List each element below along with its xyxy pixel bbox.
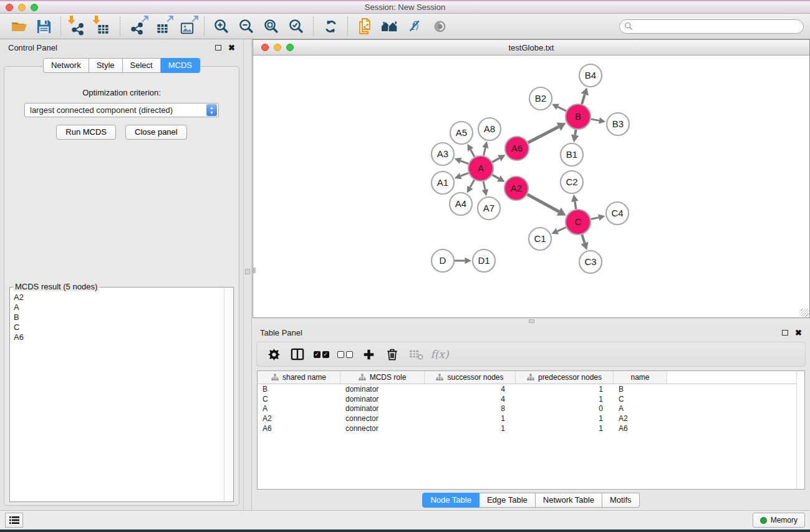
table-cell[interactable]: dominator — [340, 404, 425, 413]
splitter-handle-icon[interactable] — [529, 319, 534, 323]
column-header-successor-nodes[interactable]: successor nodes — [425, 371, 516, 384]
table-cell[interactable]: 4 — [425, 395, 516, 404]
import-network-button[interactable] — [65, 16, 90, 37]
float-panel-icon[interactable] — [782, 330, 788, 336]
delete-table-button[interactable] — [404, 344, 428, 365]
tab-node-table[interactable]: Node Table — [422, 493, 480, 508]
tab-network[interactable]: Network — [43, 58, 89, 73]
export-network-button[interactable] — [125, 16, 150, 37]
table-cell[interactable]: A — [614, 404, 667, 413]
export-table-button[interactable] — [150, 16, 175, 37]
panel-splitter[interactable] — [243, 39, 252, 510]
table-row[interactable]: A6connector11A6 — [258, 423, 804, 433]
tab-select[interactable]: Select — [123, 58, 161, 73]
table-row[interactable]: Cdominator41C — [258, 394, 804, 404]
table-cell[interactable]: C — [614, 395, 667, 404]
column-header-name[interactable]: name — [614, 371, 667, 384]
run-mcds-button[interactable]: Run MCDS — [56, 125, 116, 140]
home-button[interactable] — [377, 16, 402, 37]
table-cell[interactable]: A — [258, 404, 340, 413]
column-header-predecessor-nodes[interactable]: predecessor nodes — [516, 371, 614, 384]
tab-motifs[interactable]: Motifs — [602, 493, 640, 508]
table-cell[interactable]: A6 — [258, 424, 340, 433]
table-cell[interactable]: connector — [340, 414, 425, 423]
search-input[interactable] — [633, 22, 801, 31]
table-row[interactable]: Adominator80A — [258, 404, 804, 414]
zoom-out-button[interactable] — [234, 16, 259, 37]
maximize-network-icon[interactable] — [286, 44, 294, 51]
close-panel-icon[interactable]: ✖ — [795, 330, 802, 336]
show-column-panel-button[interactable] — [286, 344, 309, 365]
mcds-result-item[interactable]: A — [11, 302, 223, 312]
function-builder-button[interactable]: f(x) — [428, 344, 451, 365]
minimize-network-icon[interactable] — [274, 44, 281, 51]
table-cell[interactable]: dominator — [340, 385, 425, 394]
main-area: Control Panel ✖ NetworkStyleSelectMCDS O… — [0, 39, 810, 510]
criterion-select[interactable]: largest connected component (directed) ▲… — [24, 103, 219, 117]
table-cell[interactable]: 1 — [425, 414, 516, 423]
table-cell[interactable]: 8 — [425, 404, 516, 413]
close-window-icon[interactable] — [6, 4, 13, 11]
table-cell[interactable]: B — [258, 385, 340, 394]
refresh-layout-button[interactable] — [318, 16, 343, 37]
tab-style[interactable]: Style — [89, 58, 123, 73]
import-table-button[interactable] — [90, 16, 115, 37]
splitter-handle-icon[interactable] — [245, 269, 250, 274]
table-cell[interactable]: A2 — [258, 414, 340, 423]
table-cell[interactable]: 1 — [516, 385, 614, 394]
table-cell[interactable]: dominator — [340, 395, 425, 404]
table-cell[interactable]: 4 — [425, 385, 516, 394]
table-cell[interactable]: 1 — [425, 424, 516, 433]
mcds-result-item[interactable]: C — [11, 322, 223, 332]
column-header-shared-name[interactable]: shared name — [258, 371, 340, 384]
float-panel-icon[interactable] — [215, 45, 221, 51]
table-row[interactable]: A2connector11A2 — [258, 414, 804, 423]
export-image-button[interactable] — [175, 16, 200, 37]
delete-columns-button[interactable] — [380, 344, 404, 365]
result-scrollbar[interactable] — [224, 288, 233, 501]
mcds-result-item[interactable]: A2 — [11, 293, 223, 302]
save-session-button[interactable] — [31, 16, 56, 37]
task-history-button[interactable] — [5, 513, 23, 528]
table-cell[interactable]: 1 — [516, 414, 614, 423]
tab-edge-table[interactable]: Edge Table — [480, 493, 536, 508]
column-header-MCDS-role[interactable]: MCDS role — [340, 371, 425, 384]
maximize-window-icon[interactable] — [31, 4, 38, 11]
close-panel-icon[interactable]: ✖ — [228, 45, 235, 51]
window-splitter[interactable] — [252, 318, 810, 324]
select-all-columns-button[interactable]: ✓✓ — [309, 344, 333, 365]
table-settings-button[interactable] — [262, 344, 286, 365]
zoom-in-button[interactable] — [209, 16, 234, 37]
search-box[interactable] — [619, 19, 804, 34]
window-resize-grip[interactable] — [801, 309, 809, 317]
deselect-all-columns-button[interactable] — [333, 344, 357, 365]
minimize-window-icon[interactable] — [18, 4, 26, 11]
network-from-clipboard-button[interactable] — [352, 16, 377, 37]
zoom-fit-button[interactable] — [259, 16, 284, 37]
table-scrollbar[interactable] — [796, 371, 804, 489]
tab-mcds[interactable]: MCDS — [161, 58, 200, 73]
tab-network-table[interactable]: Network Table — [536, 493, 602, 508]
hide-graphics-details-button[interactable]: f — [402, 16, 427, 37]
open-session-button[interactable] — [6, 16, 31, 37]
mcds-result-item[interactable]: B — [11, 312, 223, 322]
table-cell[interactable]: 1 — [516, 395, 614, 404]
create-column-button[interactable] — [357, 344, 380, 365]
table-cell[interactable]: A2 — [614, 414, 667, 423]
table-cell[interactable]: 0 — [516, 404, 614, 413]
zoom-selected-button[interactable] — [284, 16, 309, 37]
table-cell[interactable]: A6 — [614, 424, 667, 433]
close-panel-button[interactable]: Close panel — [125, 125, 187, 140]
network-graph[interactable]: AA1A2A3A4A5A6A7A8BB1B2B3B4CC1C2C3C4DD1 — [253, 56, 809, 317]
network-canvas[interactable]: AA1A2A3A4A5A6A7A8BB1B2B3B4CC1C2C3C4DD1 — [253, 56, 809, 317]
table-cell[interactable]: 1 — [516, 424, 614, 433]
table-cell[interactable]: connector — [340, 424, 425, 433]
table-row[interactable]: Bdominator41B — [258, 384, 804, 394]
show-graphics-details-button[interactable] — [427, 16, 452, 37]
mcds-result-item[interactable]: A6 — [11, 332, 223, 342]
table-cell[interactable]: B — [614, 385, 667, 394]
memory-button[interactable]: Memory — [753, 513, 805, 528]
table-tabs: Node TableEdge TableNetwork TableMotifs — [252, 490, 810, 510]
table-cell[interactable]: C — [258, 395, 340, 404]
close-network-icon[interactable] — [261, 44, 269, 51]
